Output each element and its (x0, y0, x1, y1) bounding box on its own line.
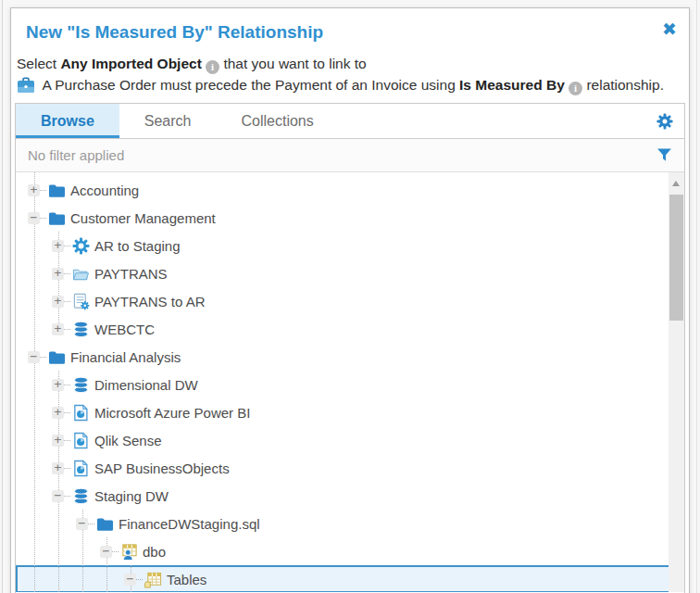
select-instruction: Select Any Imported Object i that you wa… (17, 53, 683, 74)
tree-node-label: dbo (143, 544, 166, 560)
tree-node-label: Customer Management (70, 210, 216, 226)
tree-node-label: Microsoft Azure Power BI (94, 405, 250, 421)
tree-expander-icon[interactable]: − (100, 546, 112, 558)
database-icon (72, 487, 90, 505)
relationship-dialog: New "Is Measured By" Relationship ✖ Sele… (10, 7, 690, 593)
tree-expander-icon[interactable]: + (52, 462, 64, 474)
select-prefix: Select (17, 56, 60, 71)
tabs: BrowseSearchCollections (16, 104, 339, 138)
tab-bar: BrowseSearchCollections (16, 104, 684, 139)
doc-gear-icon (72, 293, 90, 310)
schema-user-icon (120, 543, 138, 561)
relationship-name: Is Measured By (459, 77, 565, 93)
tree-node-label: Staging DW (94, 488, 169, 504)
scrollbar-thumb[interactable] (669, 195, 683, 321)
tree-row-ar-to-staging[interactable]: + AR to Staging (16, 232, 684, 259)
tree-connector (40, 218, 46, 219)
tree-node-label: WEBCTC (94, 322, 155, 337)
filter-bar: No filter applied (16, 139, 684, 172)
report-icon (72, 404, 90, 422)
scrollbar-up-arrow[interactable] (672, 181, 680, 186)
info-icon[interactable]: i (569, 82, 582, 95)
tab-search[interactable]: Search (119, 104, 217, 138)
folder-icon (48, 209, 66, 227)
report-icon (72, 432, 90, 449)
filter-funnel-icon[interactable] (656, 147, 672, 163)
tree-row-qlik-sense[interactable]: + Qlik Sense (16, 426, 684, 454)
tree-node-label: PAYTRANS (94, 266, 168, 282)
tree-node-label: Dimensional DW (94, 377, 198, 393)
gear-icon (72, 237, 90, 255)
database-icon (72, 321, 90, 338)
tree-row-microsoft-azure-power-bi[interactable]: + Microsoft Azure Power BI (16, 398, 684, 426)
tree-expander-icon[interactable]: + (52, 407, 64, 419)
briefcase-icon (17, 77, 35, 94)
dialog-header: New "Is Measured By" Relationship ✖ (11, 8, 689, 44)
settings-gear-icon[interactable] (656, 104, 684, 138)
folder-icon (48, 182, 66, 199)
tree-expander-icon[interactable]: + (52, 268, 64, 280)
tree-connector (64, 385, 70, 385)
folder-icon (48, 348, 66, 366)
report-icon (72, 460, 90, 477)
object-type-label: Any Imported Object (60, 56, 201, 71)
tree-node-label: Tables (167, 572, 206, 587)
tree-connector (112, 551, 119, 552)
tree-scrollbar[interactable] (669, 172, 684, 592)
tree-node-label: AR to Staging (94, 238, 181, 254)
tree-expander-icon[interactable]: − (124, 574, 136, 586)
tree-row-paytrans-to-ar[interactable]: + PAYTRANS to AR (16, 287, 684, 315)
tree-row-dimensional-dw[interactable]: + Dimensional DW (16, 371, 684, 398)
tree-row-financedwstaging-sql[interactable]: − FinanceDWStaging.sql (16, 510, 684, 537)
tree-expander-icon[interactable]: − (28, 212, 40, 224)
tree-row-sap-businessobjects[interactable]: + SAP BusinessObjects (16, 454, 684, 482)
rule-post: relationship. (582, 77, 664, 93)
tree-expander-icon[interactable]: + (52, 435, 64, 447)
tree-node-label: Accounting (70, 183, 139, 198)
tree-connector (64, 301, 70, 302)
tab-collections[interactable]: Collections (217, 104, 339, 138)
tree-row-tables[interactable]: − Tables (16, 565, 684, 592)
tree-expander-icon[interactable]: + (52, 379, 64, 391)
tree-row-webctc[interactable]: + WEBCTC (16, 315, 684, 343)
info-icon[interactable]: i (206, 60, 219, 74)
tree-row-paytrans[interactable]: + PAYTRANS (16, 259, 684, 287)
tree-rows: + Accounting − Customer Management + AR … (16, 172, 684, 592)
tree-row-dbo[interactable]: − dbo (16, 537, 684, 565)
tree-expander-icon[interactable]: − (76, 518, 88, 530)
tree-row-financial-analysis[interactable]: − Financial Analysis (16, 343, 684, 371)
tree-row-staging-dw[interactable]: − Staging DW (16, 482, 684, 510)
tree-connector (64, 412, 70, 413)
close-icon[interactable]: ✖ (662, 19, 677, 40)
intro-section: Select Any Imported Object i that you wa… (17, 53, 683, 95)
page-right-edge (696, 0, 697, 593)
tree-node-label: Qlik Sense (94, 433, 162, 448)
tree-connector (64, 440, 70, 441)
tree-node-label: FinanceDWStaging.sql (119, 516, 260, 532)
tree-expander-icon[interactable]: + (52, 240, 64, 252)
tree-expander-icon[interactable]: + (52, 323, 64, 335)
tree-expander-icon[interactable]: + (52, 296, 64, 308)
tree-expander-icon[interactable]: + (28, 184, 40, 196)
tree-expander-icon[interactable]: − (28, 351, 40, 363)
tree-node-label: SAP BusinessObjects (94, 461, 230, 476)
page-left-edge (2, 0, 3, 593)
tree-connector (64, 496, 70, 497)
tab-browse[interactable]: Browse (16, 104, 119, 138)
filter-status: No filter applied (28, 147, 124, 163)
rule-pre: A Purchase Order must precede the Paymen… (39, 77, 459, 93)
tree-row-customer-management[interactable]: − Customer Management (16, 204, 684, 232)
tree-row-accounting[interactable]: + Accounting (16, 176, 684, 204)
tree-node-label: Financial Analysis (70, 349, 181, 365)
relationship-rule: A Purchase Order must precede the Paymen… (17, 74, 683, 95)
object-browser-panel: BrowseSearchCollections No filter applie… (15, 103, 685, 593)
tree-connector (64, 273, 70, 274)
folder-icon (96, 515, 114, 533)
tree-node-label: PAYTRANS to AR (94, 294, 205, 309)
open-folder-icon (72, 265, 90, 283)
database-icon (72, 376, 90, 394)
tree-expander-icon[interactable]: − (52, 490, 64, 502)
tree-connector (88, 524, 94, 524)
table-icon (144, 571, 162, 588)
dialog-title: New "Is Measured By" Relationship (26, 20, 674, 44)
